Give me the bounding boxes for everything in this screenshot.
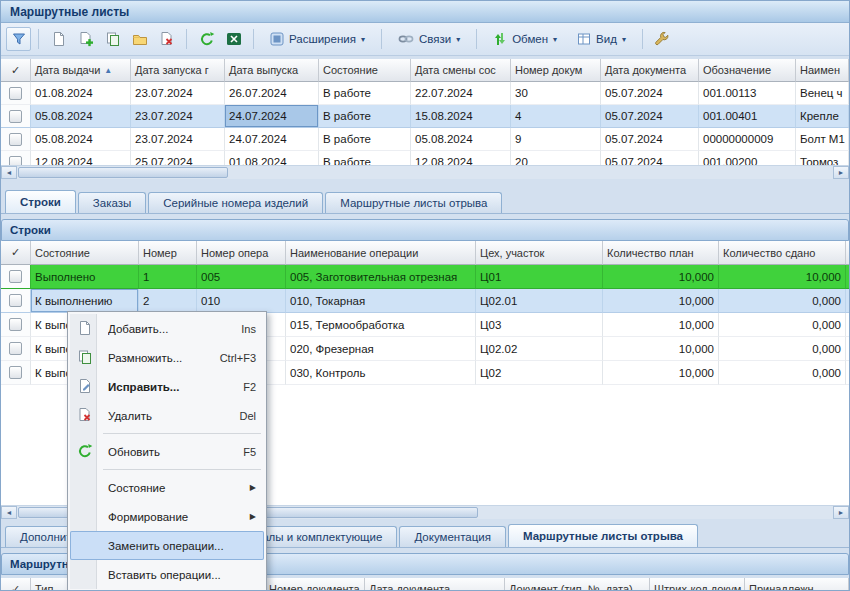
cell[interactable]: 0,000 xyxy=(719,313,846,337)
view-dropdown[interactable]: Вид ▾ xyxy=(568,27,635,51)
scrollbar-thumb[interactable] xyxy=(18,167,228,178)
filter-button[interactable] xyxy=(6,27,31,51)
cell[interactable]: В работе xyxy=(319,82,411,105)
row-checkbox[interactable] xyxy=(9,318,22,331)
cell[interactable]: Выполнено xyxy=(31,265,139,289)
cell[interactable]: 2 xyxy=(139,289,197,313)
cell[interactable]: 9 xyxy=(511,128,601,151)
cell[interactable]: 4 xyxy=(511,105,601,128)
scroll-right-button[interactable]: ► xyxy=(833,166,849,179)
cell[interactable]: 00000000009 xyxy=(699,128,796,151)
table-row[interactable]: 01.08.2024 23.07.2024 26.07.2024 В работ… xyxy=(1,82,849,105)
row-checkbox[interactable] xyxy=(9,294,22,307)
menu-item-forming[interactable]: Формирование ▶ xyxy=(70,502,264,531)
extensions-dropdown[interactable]: Расширения ▾ xyxy=(261,27,374,51)
select-all-header[interactable]: ✓ xyxy=(1,59,31,82)
row-checkbox[interactable] xyxy=(9,133,22,146)
cell[interactable]: В работе xyxy=(319,105,411,128)
column-header-state-change-date[interactable]: Дата смены сос xyxy=(411,59,511,82)
cell[interactable]: 12.08.2024 xyxy=(411,151,511,165)
cell[interactable]: 05.08.2024 xyxy=(31,128,131,151)
cell[interactable]: 030, Контроль xyxy=(286,361,476,385)
cell[interactable]: Болт М1 xyxy=(796,128,849,151)
cell[interactable]: 05.08.2024 xyxy=(411,128,511,151)
scroll-right-button[interactable]: ► xyxy=(833,506,849,519)
tab-lines[interactable]: Строки xyxy=(5,190,76,213)
cell[interactable]: Тормоз xyxy=(796,151,849,165)
cell[interactable]: 10,000 xyxy=(603,361,719,385)
scrollbar-track[interactable] xyxy=(17,166,833,179)
add-document-button[interactable] xyxy=(73,27,98,51)
column-header-doc-date[interactable]: Дата документа xyxy=(601,59,699,82)
cell[interactable]: 24.07.2024 xyxy=(225,128,319,151)
cell[interactable]: 0,000 xyxy=(719,289,846,313)
cell[interactable]: Венец ч xyxy=(796,82,849,105)
cell[interactable]: 12.08.2024 xyxy=(31,151,131,165)
cell[interactable]: Крепле xyxy=(796,105,849,128)
select-all-header[interactable]: ✓ xyxy=(1,241,31,265)
menu-item-insert-operations[interactable]: Вставить операции... xyxy=(70,560,264,589)
cell[interactable]: 30 xyxy=(511,82,601,105)
menu-item-replace-operations[interactable]: Заменить операции... xyxy=(70,531,264,560)
delete-document-button[interactable] xyxy=(154,27,179,51)
column-header-release-date[interactable]: Дата выпуска xyxy=(225,59,319,82)
table-row[interactable]: 05.08.2024 23.07.2024 24.07.2024 В работ… xyxy=(1,128,849,151)
excel-export-button[interactable] xyxy=(221,27,246,51)
cell[interactable]: 05.07.2024 xyxy=(601,105,699,128)
column-header-state[interactable]: Состояние xyxy=(31,241,139,265)
cell[interactable]: 10,000 xyxy=(603,337,719,361)
row-checkbox[interactable] xyxy=(9,110,22,123)
new-document-button[interactable] xyxy=(46,27,71,51)
cell[interactable]: 15.08.2024 xyxy=(411,105,511,128)
cell[interactable]: 01.08.2024 xyxy=(225,151,319,165)
cell[interactable]: 05.08.2024 xyxy=(31,105,131,128)
tab-orders[interactable]: Заказы xyxy=(78,192,146,213)
row-checkbox[interactable] xyxy=(9,342,22,355)
scroll-left-button[interactable]: ◄ xyxy=(1,506,17,519)
cell[interactable]: 23.07.2024 xyxy=(131,82,225,105)
table-row[interactable]: 12.08.2024 25.07.2024 01.08.2024 В работ… xyxy=(1,151,849,165)
cell[interactable]: 015, Термообработка xyxy=(286,313,476,337)
column-header-qty-plan[interactable]: Количество план xyxy=(603,241,719,265)
settings-wrench-button[interactable] xyxy=(650,27,675,51)
tab-tearoff-route-sheets-bottom[interactable]: Маршрутные листы отрыва xyxy=(508,524,698,547)
cell-focused[interactable]: К выполнению xyxy=(31,289,139,313)
cell[interactable]: 23.07.2024 xyxy=(131,105,225,128)
cell[interactable]: 010, Токарная xyxy=(286,289,476,313)
cell[interactable]: 001.00401 xyxy=(699,105,796,128)
exchange-dropdown[interactable]: Обмен ▾ xyxy=(484,27,566,51)
column-header-doc-number[interactable]: Номер документа xyxy=(265,578,365,591)
menu-item-edit[interactable]: Исправить... F2 xyxy=(70,372,264,401)
column-header-number[interactable]: Номер xyxy=(139,241,197,265)
cell[interactable]: 20 xyxy=(511,151,601,165)
cell-focused[interactable]: 24.07.2024 xyxy=(225,105,319,128)
cell[interactable]: 005 xyxy=(197,265,286,289)
column-header-belonging[interactable]: Принадлежн xyxy=(745,578,849,591)
select-all-header[interactable]: ✓ xyxy=(1,578,31,591)
tab-tearoff-route-sheets[interactable]: Маршрутные листы отрыва xyxy=(325,192,502,213)
refresh-button[interactable] xyxy=(194,27,219,51)
column-header-state[interactable]: Состояние xyxy=(319,59,411,82)
column-header-designation[interactable]: Обозначение xyxy=(699,59,796,82)
top-grid-h-scrollbar[interactable]: ◄ ► xyxy=(1,165,849,179)
cell[interactable]: 1 xyxy=(139,265,197,289)
cell[interactable]: Ц01 xyxy=(476,265,603,289)
column-header-op-number[interactable]: Номер опера xyxy=(197,241,286,265)
menu-item-refresh[interactable]: Обновить F5 xyxy=(70,437,264,466)
tab-documentation[interactable]: Документация xyxy=(399,526,506,547)
column-header-shop[interactable]: Цех, участок xyxy=(476,241,603,265)
cell[interactable]: 01.08.2024 xyxy=(31,82,131,105)
column-header-start-date[interactable]: Дата запуска г xyxy=(131,59,225,82)
cell[interactable]: 05.07.2024 xyxy=(601,82,699,105)
row-checkbox[interactable] xyxy=(9,87,22,100)
column-header-doc-date[interactable]: Дата документа xyxy=(365,578,505,591)
cell[interactable]: Ц02.02 xyxy=(476,337,603,361)
cell[interactable]: В работе xyxy=(319,128,411,151)
table-row-selected[interactable]: 05.08.2024 23.07.2024 24.07.2024 В работ… xyxy=(1,105,849,128)
cell[interactable]: 001.00113 xyxy=(699,82,796,105)
cell[interactable]: В работе xyxy=(319,151,411,165)
cell[interactable]: Ц02.01 xyxy=(476,289,603,313)
cell[interactable]: 05.07.2024 xyxy=(601,151,699,165)
scroll-left-button[interactable]: ◄ xyxy=(1,166,17,179)
column-header-barcode[interactable]: Штрих-код докум xyxy=(650,578,745,591)
